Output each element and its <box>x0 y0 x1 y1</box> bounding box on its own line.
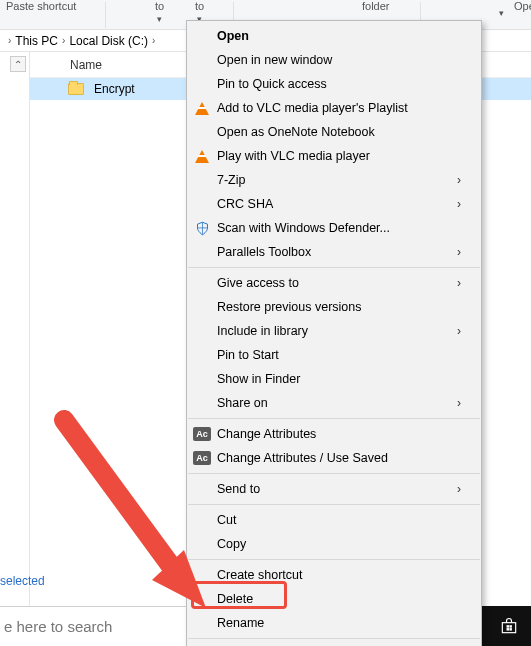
folder-icon <box>68 83 84 95</box>
menu-rename[interactable]: Rename <box>187 611 481 635</box>
menu-copy[interactable]: Copy <box>187 532 481 556</box>
menu-show-finder[interactable]: Show in Finder <box>187 367 481 391</box>
menu-include-library[interactable]: Include in library› <box>187 319 481 343</box>
menu-vlc-add[interactable]: Add to VLC media player's Playlist <box>187 96 481 120</box>
nav-pane[interactable]: ⌃ 0 gam id File C:) WS.~B s.~WS np <box>0 52 30 616</box>
context-menu: Open Open in new window Pin to Quick acc… <box>186 20 482 646</box>
menu-restore-versions[interactable]: Restore previous versions <box>187 295 481 319</box>
menu-change-attr[interactable]: AcChange Attributes <box>187 422 481 446</box>
vlc-icon <box>195 150 209 163</box>
ribbon-dd[interactable]: ▾ <box>499 6 504 36</box>
menu-crc-sha[interactable]: CRC SHA› <box>187 192 481 216</box>
chevron-right-icon: › <box>457 197 461 211</box>
menu-onenote[interactable]: Open as OneNote Notebook <box>187 120 481 144</box>
ribbon-to1[interactable]: to▾ <box>155 0 164 30</box>
svg-rect-13 <box>503 623 516 633</box>
menu-7zip[interactable]: 7-Zip› <box>187 168 481 192</box>
chevron-right-icon: › <box>457 482 461 496</box>
menu-give-access[interactable]: Give access to› <box>187 271 481 295</box>
chevron-right-icon: › <box>457 245 461 259</box>
chevron-right-icon: › <box>62 35 65 46</box>
annotation-arrow <box>56 412 216 615</box>
menu-parallels[interactable]: Parallels Toolbox› <box>187 240 481 264</box>
ribbon-pasteshortcut[interactable]: Paste shortcut <box>6 0 76 30</box>
menu-pin-start[interactable]: Pin to Start <box>187 343 481 367</box>
vlc-icon <box>195 102 209 115</box>
breadcrumb-seg[interactable]: This PC <box>15 34 58 48</box>
ribbon-open[interactable]: Ope <box>514 0 531 30</box>
chevron-right-icon: › <box>457 396 461 410</box>
menu-change-attr-saved[interactable]: AcChange Attributes / Use Saved <box>187 446 481 470</box>
chevron-right-icon: › <box>152 35 155 46</box>
chevron-right-icon: › <box>457 276 461 290</box>
breadcrumb-seg[interactable]: Local Disk (C:) <box>69 34 148 48</box>
menu-defender[interactable]: Scan with Windows Defender... <box>187 216 481 240</box>
menu-cut[interactable]: Cut <box>187 508 481 532</box>
row-name: Encrypt <box>94 82 135 96</box>
nav-scroll-up[interactable]: ⌃ <box>10 56 26 72</box>
svg-line-20 <box>64 420 174 570</box>
menu-share-on[interactable]: Share on› <box>187 391 481 415</box>
svg-rect-17 <box>510 628 513 631</box>
svg-rect-15 <box>510 625 513 628</box>
chevron-right-icon: › <box>457 173 461 187</box>
store-icon[interactable] <box>488 606 531 646</box>
menu-vlc-play[interactable]: Play with VLC media player <box>187 144 481 168</box>
svg-rect-16 <box>507 628 510 631</box>
menu-properties[interactable]: Properties <box>187 642 481 646</box>
status-selected: selected <box>0 574 45 588</box>
menu-open[interactable]: Open <box>187 24 481 48</box>
chevron-right-icon: › <box>457 324 461 338</box>
col-name[interactable]: Name <box>30 58 102 72</box>
chevron-right-icon: › <box>8 35 11 46</box>
svg-rect-14 <box>507 625 510 628</box>
menu-open-new-window[interactable]: Open in new window <box>187 48 481 72</box>
menu-send-to[interactable]: Send to› <box>187 477 481 501</box>
shield-icon <box>195 221 210 236</box>
menu-pin-quick-access[interactable]: Pin to Quick access <box>187 72 481 96</box>
